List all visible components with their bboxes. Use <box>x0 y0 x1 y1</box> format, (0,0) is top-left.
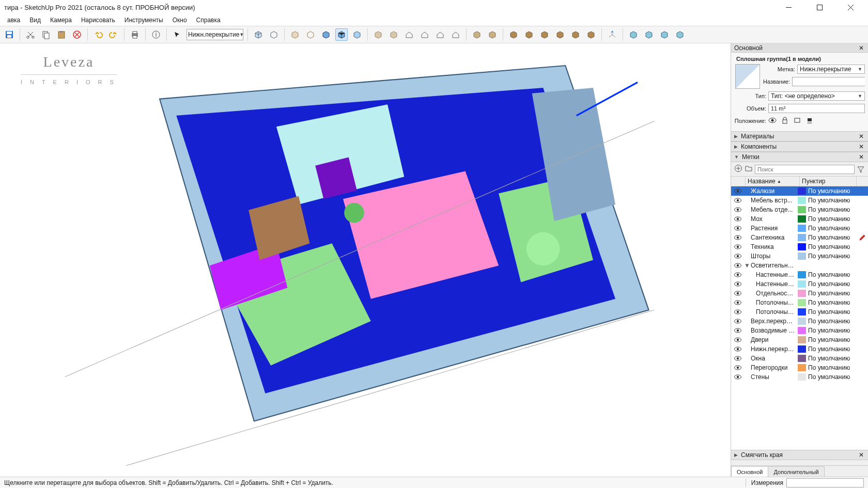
eye-icon[interactable] <box>732 263 743 268</box>
eye-icon[interactable] <box>732 198 743 203</box>
col-name[interactable]: Название ▲ <box>746 177 800 186</box>
eye-icon[interactable] <box>732 337 743 342</box>
color-swatch[interactable] <box>798 280 806 288</box>
eye-icon[interactable] <box>732 244 743 249</box>
eye-icon[interactable] <box>732 216 743 222</box>
tag-row[interactable]: Верх.перекрытиеПо умолчанию <box>731 317 868 326</box>
filter-icon[interactable] <box>857 165 865 174</box>
eye-icon[interactable] <box>732 365 743 370</box>
box3d-icon[interactable] <box>388 28 400 41</box>
house-icon[interactable] <box>434 28 446 41</box>
close-icon[interactable]: ✕ <box>858 133 865 140</box>
tags-search-input[interactable] <box>755 165 855 174</box>
entity-volume-input[interactable] <box>768 104 865 113</box>
color-swatch[interactable] <box>798 290 806 297</box>
eye-icon[interactable] <box>732 356 743 361</box>
delete-icon[interactable] <box>71 28 83 41</box>
col-dash[interactable]: Пунктир <box>800 177 857 186</box>
color-swatch[interactable] <box>798 234 806 241</box>
box3d-icon[interactable] <box>289 28 301 41</box>
viewport[interactable]: Leveza I N T E R I O R S <box>0 43 731 477</box>
tag-row[interactable]: Мебель отде...По умолчанию <box>731 205 868 214</box>
menu-view[interactable]: Вид <box>25 15 45 25</box>
box3d-icon[interactable] <box>538 28 551 41</box>
menu-camera[interactable]: Камера <box>46 15 76 25</box>
active-layer-dropdown[interactable]: Нижн.перекрытие▼ <box>187 29 243 40</box>
box3d-icon[interactable] <box>643 28 655 41</box>
hidden-toggle-icon[interactable] <box>793 116 801 126</box>
box3d-icon[interactable] <box>320 28 332 41</box>
select-icon[interactable] <box>171 28 183 41</box>
color-swatch[interactable] <box>798 364 806 371</box>
color-swatch[interactable] <box>798 206 806 213</box>
box3d-icon[interactable] <box>252 28 265 41</box>
color-swatch[interactable] <box>798 345 806 353</box>
tag-row[interactable]: Потолочные ...По умолчанию <box>731 298 868 307</box>
eye-icon[interactable] <box>732 272 743 277</box>
close-icon[interactable]: ✕ <box>858 451 865 459</box>
color-swatch[interactable] <box>798 355 806 362</box>
color-swatch[interactable] <box>798 327 806 334</box>
color-swatch[interactable] <box>798 225 806 232</box>
box3d-icon[interactable] <box>507 28 520 41</box>
color-swatch[interactable] <box>798 253 806 260</box>
lock-toggle-icon[interactable] <box>781 116 789 126</box>
tag-row[interactable]: Отдельносто...По умолчанию <box>731 289 868 298</box>
box3d-icon[interactable] <box>674 28 686 41</box>
tag-row[interactable]: Потолочные ...По умолчанию <box>731 307 868 317</box>
box3d-icon[interactable] <box>471 28 483 41</box>
box3d-icon[interactable] <box>658 28 671 41</box>
tag-row[interactable]: Настенные н...По умолчанию <box>731 279 868 289</box>
col-visibility[interactable] <box>731 177 746 186</box>
tag-row[interactable]: ОкнаПо умолчанию <box>731 354 868 363</box>
eye-icon[interactable] <box>732 347 743 352</box>
tag-row[interactable]: РастенияПо умолчанию <box>731 224 868 233</box>
house-icon[interactable] <box>450 28 462 41</box>
eye-icon[interactable] <box>732 374 743 380</box>
add-tag-icon[interactable] <box>734 164 742 174</box>
entity-name-input[interactable] <box>792 77 865 86</box>
close-icon[interactable]: ✕ <box>858 153 865 161</box>
box3d-icon[interactable] <box>523 28 535 41</box>
house-icon[interactable] <box>403 28 415 41</box>
expander-icon[interactable]: ▼ <box>743 262 751 269</box>
section-materials[interactable]: ▶Материалы✕ <box>731 131 868 141</box>
section-components[interactable]: ▶Компоненты✕ <box>731 141 868 152</box>
copy-icon[interactable] <box>40 28 52 41</box>
color-swatch[interactable] <box>798 318 806 325</box>
undo-icon[interactable] <box>92 28 104 41</box>
box3d-icon[interactable] <box>554 28 566 41</box>
box3d-icon[interactable] <box>304 28 317 41</box>
section-soften[interactable]: ▶Смягчить края✕ <box>731 450 868 460</box>
tag-row[interactable]: ШторыПо умолчанию <box>731 251 868 261</box>
eye-icon[interactable] <box>732 300 743 305</box>
tag-row[interactable]: ЖалюзиПо умолчанию <box>731 186 868 196</box>
eye-icon[interactable] <box>732 188 743 194</box>
eye-icon[interactable] <box>732 319 743 324</box>
eye-icon[interactable] <box>732 207 743 212</box>
tag-row[interactable]: СтеныПо умолчанию <box>731 372 868 382</box>
box3d-icon[interactable] <box>627 28 640 41</box>
tag-row[interactable]: Мебель встр...По умолчанию <box>731 196 868 205</box>
cast-shadows-icon[interactable] <box>805 116 814 126</box>
tag-row[interactable]: СантехникаПо умолчанию <box>731 233 868 242</box>
menu-window[interactable]: Окно <box>168 15 191 25</box>
eye-icon[interactable] <box>732 235 743 240</box>
box3d-icon[interactable] <box>335 28 348 41</box>
axes-icon[interactable] <box>606 28 618 41</box>
color-swatch[interactable] <box>798 243 806 250</box>
cut-icon[interactable] <box>24 28 37 41</box>
save-icon[interactable] <box>3 28 16 41</box>
tag-row[interactable]: Настенные в...По умолчанию <box>731 270 868 279</box>
add-folder-icon[interactable] <box>745 164 753 174</box>
redo-icon[interactable] <box>107 28 120 41</box>
eye-icon[interactable] <box>732 309 743 314</box>
tag-row[interactable]: ДвериПо умолчанию <box>731 335 868 344</box>
menu-draw[interactable]: Нарисовать <box>77 15 119 25</box>
tag-row[interactable]: Нижн.перекрытиеПо умолчанию <box>731 344 868 354</box>
tags-list[interactable]: ЖалюзиПо умолчаниюМебель встр...По умолч… <box>731 186 868 450</box>
close-button[interactable] <box>841 0 860 14</box>
color-swatch[interactable] <box>798 187 806 195</box>
color-swatch[interactable] <box>798 197 806 204</box>
tag-row[interactable]: ТехникаПо умолчанию <box>731 242 868 251</box>
